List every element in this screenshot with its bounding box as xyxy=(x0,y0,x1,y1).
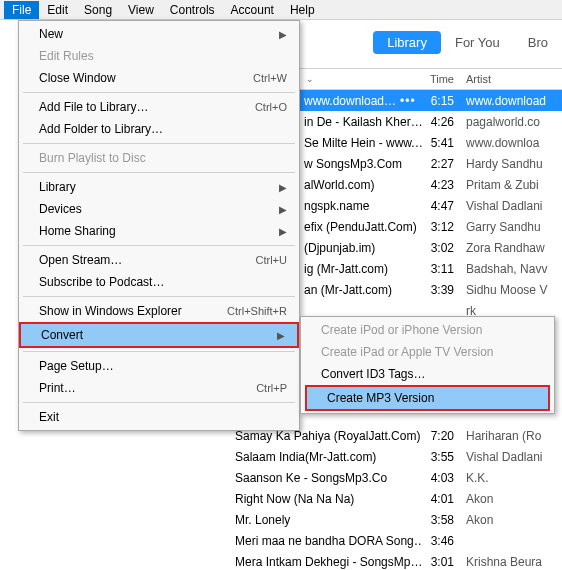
menu-file[interactable]: File xyxy=(4,1,39,19)
track-time: 3:46 xyxy=(422,534,462,548)
chevron-right-icon: ▶ xyxy=(277,330,285,341)
file-dropdown: New▶ Edit Rules Close WindowCtrl+W Add F… xyxy=(18,20,300,431)
chevron-right-icon: ▶ xyxy=(279,226,287,237)
menu-burn: Burn Playlist to Disc xyxy=(19,147,299,169)
table-row[interactable]: (Djpunjab.im)3:02Zora Randhaw xyxy=(300,237,562,258)
track-name: Saanson Ke - SongsMp3.Co xyxy=(165,471,422,485)
track-time: 3:39 xyxy=(422,283,462,297)
menu-account[interactable]: Account xyxy=(223,1,282,19)
table-row[interactable]: Mera Intkam Dekhegi - SongsMp…3:01Krishn… xyxy=(165,551,562,570)
table-row[interactable]: Meri maa ne bandha DORA Song…3:46 xyxy=(165,530,562,551)
track-name: in De - Kailash Kher… xyxy=(300,115,422,129)
table-row[interactable]: alWorld.com)4:23Pritam & Zubi xyxy=(300,174,562,195)
menu-edit[interactable]: Edit xyxy=(39,1,76,19)
track-name: Mr. Lonely xyxy=(165,513,422,527)
menu-print[interactable]: Print…Ctrl+P xyxy=(19,377,299,399)
track-artist: Badshah, Navv xyxy=(462,262,562,276)
menu-view[interactable]: View xyxy=(120,1,162,19)
track-name: efix (PenduJatt.Com) xyxy=(300,220,422,234)
nav-tabs: Library For You Bro xyxy=(373,28,562,56)
track-name: www.download…••• xyxy=(300,94,422,108)
track-time: 4:47 xyxy=(422,199,462,213)
table-row[interactable]: an (Mr-Jatt.com)3:39Sidhu Moose V xyxy=(300,279,562,300)
submenu-create-ipad: Create iPad or Apple TV Version xyxy=(301,341,554,363)
col-artist-header[interactable]: Artist xyxy=(462,73,562,85)
col-time-header[interactable]: Time xyxy=(422,73,462,85)
track-name: w SongsMp3.Com xyxy=(300,157,422,171)
track-name: Mera Intkam Dekhegi - SongsMp… xyxy=(165,555,422,569)
table-header: ⌄ Time Artist xyxy=(300,68,562,90)
track-artist: Vishal Dadlani xyxy=(462,450,562,464)
table-row[interactable]: Salaam India(Mr-Jatt.com)3:55Vishal Dadl… xyxy=(165,446,562,467)
menu-devices[interactable]: Devices▶ xyxy=(19,198,299,220)
track-name: (Djpunjab.im) xyxy=(300,241,422,255)
menu-exit[interactable]: Exit xyxy=(19,406,299,428)
tab-foryou[interactable]: For You xyxy=(441,31,514,54)
track-time: 4:26 xyxy=(422,115,462,129)
track-name: ngspk.name xyxy=(300,199,422,213)
table-row[interactable]: Saanson Ke - SongsMp3.Co4:03K.K. xyxy=(165,467,562,488)
submenu-convert-id3[interactable]: Convert ID3 Tags… xyxy=(301,363,554,385)
track-name: ig (Mr-Jatt.com) xyxy=(300,262,422,276)
separator xyxy=(23,296,295,297)
more-icon[interactable]: ••• xyxy=(396,94,416,108)
menu-subscribe-podcast[interactable]: Subscribe to Podcast… xyxy=(19,271,299,293)
track-artist: Sidhu Moose V xyxy=(462,283,562,297)
menu-controls[interactable]: Controls xyxy=(162,1,223,19)
menu-close-window[interactable]: Close WindowCtrl+W xyxy=(19,67,299,89)
table-row[interactable]: Right Now (Na Na Na)4:01Akon xyxy=(165,488,562,509)
track-artist: Akon xyxy=(462,513,562,527)
table-row[interactable]: in De - Kailash Kher…4:26pagalworld.co xyxy=(300,111,562,132)
menu-library[interactable]: Library▶ xyxy=(19,176,299,198)
chevron-down-icon: ⌄ xyxy=(306,74,314,84)
submenu-create-ipod: Create iPod or iPhone Version xyxy=(301,319,554,341)
menu-convert[interactable]: Convert▶ xyxy=(21,324,297,346)
table-row[interactable]: ig (Mr-Jatt.com)3:11Badshah, Navv xyxy=(300,258,562,279)
table-row[interactable]: ngspk.name4:47Vishal Dadlani xyxy=(300,195,562,216)
menu-open-stream[interactable]: Open Stream…Ctrl+U xyxy=(19,249,299,271)
table-row[interactable]: efix (PenduJatt.Com)3:12Garry Sandhu xyxy=(300,216,562,237)
menu-song[interactable]: Song xyxy=(76,1,120,19)
track-artist: Vishal Dadlani xyxy=(462,199,562,213)
track-time: 3:58 xyxy=(422,513,462,527)
track-time: 3:01 xyxy=(422,555,462,569)
menu-page-setup[interactable]: Page Setup… xyxy=(19,355,299,377)
table-row[interactable]: w SongsMp3.Com2:27Hardy Sandhu xyxy=(300,153,562,174)
menu-edit-rules: Edit Rules xyxy=(19,45,299,67)
track-name: Right Now (Na Na Na) xyxy=(165,492,422,506)
table-row[interactable]: Se Milte Hein - www.…5:41www.downloa xyxy=(300,132,562,153)
tab-library[interactable]: Library xyxy=(373,31,441,54)
menu-home-sharing[interactable]: Home Sharing▶ xyxy=(19,220,299,242)
track-time: 6:15 xyxy=(422,94,462,108)
table-row[interactable]: Mr. Lonely3:58Akon xyxy=(165,509,562,530)
separator xyxy=(23,351,295,352)
track-artist: Hariharan (Ro xyxy=(462,429,562,443)
track-artist: Zora Randhaw xyxy=(462,241,562,255)
tracks-table: ⌄ Time Artist www.download…•••6:15www.do… xyxy=(300,68,562,342)
menu-add-file[interactable]: Add File to Library…Ctrl+O xyxy=(19,96,299,118)
track-time: 4:03 xyxy=(422,471,462,485)
track-name: Salaam India(Mr-Jatt.com) xyxy=(165,450,422,464)
track-artist: Hardy Sandhu xyxy=(462,157,562,171)
track-artist: Akon xyxy=(462,492,562,506)
track-time: 3:55 xyxy=(422,450,462,464)
table-row[interactable]: www.download…•••6:15www.download xyxy=(300,90,562,111)
separator xyxy=(23,92,295,93)
track-artist: www.download xyxy=(462,94,562,108)
menu-help[interactable]: Help xyxy=(282,1,323,19)
col-name-header[interactable]: ⌄ xyxy=(300,74,422,84)
track-artist: Pritam & Zubi xyxy=(462,178,562,192)
submenu-create-mp3[interactable]: Create MP3 Version xyxy=(307,387,548,409)
chevron-right-icon: ▶ xyxy=(279,182,287,193)
menu-new[interactable]: New▶ xyxy=(19,23,299,45)
track-artist: Krishna Beura xyxy=(462,555,562,569)
track-artist: pagalworld.co xyxy=(462,115,562,129)
convert-submenu: Create iPod or iPhone Version Create iPa… xyxy=(300,316,555,414)
track-time: 3:02 xyxy=(422,241,462,255)
track-time: 5:41 xyxy=(422,136,462,150)
menu-show-explorer[interactable]: Show in Windows ExplorerCtrl+Shift+R xyxy=(19,300,299,322)
track-time: 3:11 xyxy=(422,262,462,276)
track-name: an (Mr-Jatt.com) xyxy=(300,283,422,297)
menu-add-folder[interactable]: Add Folder to Library… xyxy=(19,118,299,140)
tab-browse[interactable]: Bro xyxy=(514,31,562,54)
